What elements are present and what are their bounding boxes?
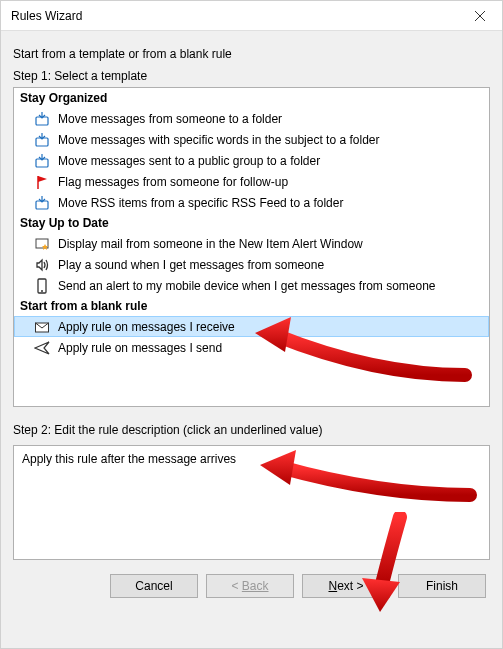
mobile-icon (34, 278, 50, 294)
template-item-mobile-alert[interactable]: Send an alert to my mobile device when I… (14, 275, 489, 296)
move-folder-icon (34, 153, 50, 169)
svg-marker-6 (38, 176, 47, 182)
category-stay-organized: Stay Organized (14, 88, 489, 108)
titlebar: Rules Wizard (1, 1, 502, 31)
next-button[interactable]: Next > (302, 574, 390, 598)
template-item-apply-send[interactable]: Apply rule on messages I send (14, 337, 489, 358)
template-item-label: Move messages from someone to a folder (58, 112, 282, 126)
sound-icon (34, 257, 50, 273)
finish-button[interactable]: Finish (398, 574, 486, 598)
move-folder-icon (34, 132, 50, 148)
template-item-label: Flag messages from someone for follow-up (58, 175, 288, 189)
back-button[interactable]: < Back (206, 574, 294, 598)
template-item-label: Apply rule on messages I send (58, 341, 222, 355)
close-icon (475, 11, 485, 21)
template-list[interactable]: Stay Organized Move messages from someon… (13, 87, 490, 407)
move-folder-icon (34, 111, 50, 127)
rules-wizard-window: Rules Wizard Start from a template or fr… (0, 0, 503, 649)
wizard-buttons: Cancel < Back Next > Finish (13, 560, 490, 598)
template-item-label: Move messages sent to a public group to … (58, 154, 320, 168)
template-item-label: Move messages with specific words in the… (58, 133, 379, 147)
template-item-flag-followup[interactable]: Flag messages from someone for follow-up (14, 171, 489, 192)
template-item-label: Move RSS items from a specific RSS Feed … (58, 196, 343, 210)
close-button[interactable] (457, 1, 502, 30)
window-title: Rules Wizard (11, 9, 82, 23)
step1-label: Step 1: Select a template (13, 69, 490, 83)
svg-marker-9 (42, 244, 48, 250)
template-item-display-alert[interactable]: Display mail from someone in the New Ite… (14, 233, 489, 254)
envelope-icon (34, 319, 50, 335)
template-item-move-from-someone[interactable]: Move messages from someone to a folder (14, 108, 489, 129)
intro-text: Start from a template or from a blank ru… (13, 47, 490, 61)
category-stay-up-to-date: Stay Up to Date (14, 213, 489, 233)
alert-star-icon (34, 236, 50, 252)
cancel-button[interactable]: Cancel (110, 574, 198, 598)
rule-description-text: Apply this rule after the message arrive… (22, 452, 236, 466)
template-item-label: Apply rule on messages I receive (58, 320, 235, 334)
template-item-move-rss[interactable]: Move RSS items from a specific RSS Feed … (14, 192, 489, 213)
category-blank-rule: Start from a blank rule (14, 296, 489, 316)
move-folder-icon (34, 195, 50, 211)
flag-icon (34, 174, 50, 190)
rule-description-panel[interactable]: Apply this rule after the message arrive… (13, 445, 490, 560)
template-item-play-sound[interactable]: Play a sound when I get messages from so… (14, 254, 489, 275)
step2-label: Step 2: Edit the rule description (click… (13, 423, 490, 437)
svg-marker-13 (35, 342, 49, 354)
template-item-move-public-group[interactable]: Move messages sent to a public group to … (14, 150, 489, 171)
template-item-label: Play a sound when I get messages from so… (58, 258, 324, 272)
wizard-content: Start from a template or from a blank ru… (1, 31, 502, 648)
template-item-label: Send an alert to my mobile device when I… (58, 279, 436, 293)
send-icon (34, 340, 50, 356)
template-item-label: Display mail from someone in the New Ite… (58, 237, 363, 251)
template-item-move-words-subject[interactable]: Move messages with specific words in the… (14, 129, 489, 150)
template-item-apply-receive[interactable]: Apply rule on messages I receive (14, 316, 489, 337)
